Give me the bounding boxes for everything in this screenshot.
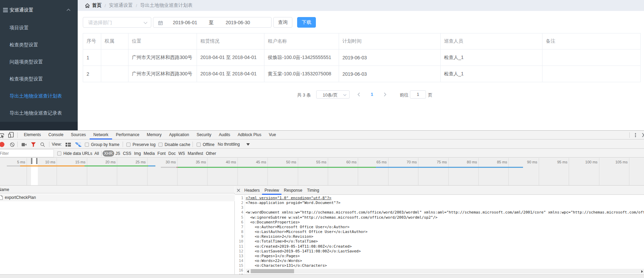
goto-page-input[interactable]: 1 bbox=[410, 90, 426, 99]
department-placeholder: 请选择部门 bbox=[88, 20, 112, 26]
timeline-gridline bbox=[358, 158, 358, 186]
prev-page-icon[interactable] bbox=[357, 92, 361, 97]
devtools-tab-audits[interactable]: Audits bbox=[215, 131, 234, 140]
sidebar-item[interactable]: 检查类型设置 bbox=[0, 36, 78, 53]
dropdown-arrow-icon bbox=[246, 143, 250, 146]
device-toolbar-icon[interactable] bbox=[8, 132, 14, 138]
request-type-manifest[interactable]: Manifest bbox=[186, 150, 204, 157]
table-row[interactable]: 1广州市天河区林和西路300号2018-04-01 至 2018-04-01侯焕… bbox=[83, 49, 641, 66]
overview-selection-handle[interactable] bbox=[31, 158, 32, 164]
department-select[interactable]: 请选择部门 bbox=[83, 17, 151, 28]
timeline-tick-label: 40 ms bbox=[216, 160, 236, 164]
clear-icon[interactable] bbox=[10, 142, 15, 147]
timeline-gridline bbox=[629, 158, 629, 186]
request-type-img[interactable]: Img bbox=[133, 150, 142, 157]
request-type-js[interactable]: JS bbox=[114, 150, 122, 157]
detail-tab-response[interactable]: Response bbox=[281, 186, 305, 194]
devtools-tab-memory[interactable]: Memory bbox=[143, 131, 165, 140]
kebab-menu-icon[interactable] bbox=[634, 132, 637, 138]
page-size-select[interactable]: 10条/页 bbox=[316, 90, 350, 99]
date-end-input[interactable]: 2019-06-30 bbox=[217, 20, 258, 25]
sidebar-item[interactable]: 导出土地物业巡查计划表 bbox=[0, 87, 78, 104]
devtools-tab-performance[interactable]: Performance bbox=[112, 131, 143, 140]
offline-checkbox[interactable]: Offline bbox=[197, 141, 214, 148]
breadcrumb-home-label: 首页 bbox=[92, 2, 102, 9]
request-type-media[interactable]: Media bbox=[142, 150, 156, 157]
close-devtools-icon[interactable] bbox=[642, 132, 644, 138]
request-type-xhr[interactable]: XHR bbox=[103, 150, 114, 157]
close-detail-icon[interactable] bbox=[235, 186, 242, 194]
sidebar-item[interactable]: 问题项类型设置 bbox=[0, 53, 78, 70]
scroll-right-icon[interactable] bbox=[641, 270, 643, 273]
timeline-gridline bbox=[27, 158, 27, 186]
timeline-tick-label: 85 ms bbox=[487, 160, 507, 164]
document-icon bbox=[0, 195, 3, 200]
request-type-doc[interactable]: Doc bbox=[167, 150, 177, 157]
breadcrumb-home[interactable]: 首页 bbox=[85, 2, 102, 9]
sidebar-item[interactable]: 项目设置 bbox=[0, 19, 78, 36]
request-row[interactable]: exportCheckPlan bbox=[0, 194, 235, 201]
next-page-icon[interactable] bbox=[383, 92, 387, 97]
date-range-picker[interactable]: 2019-06-01 至 2019-06-30 bbox=[153, 17, 272, 28]
table-column-header: 备注 bbox=[542, 33, 641, 49]
disable-cache-checkbox[interactable]: Disable cache bbox=[158, 141, 190, 148]
list-view-icon[interactable] bbox=[65, 143, 71, 147]
overview-waterfall-icon[interactable] bbox=[75, 143, 81, 147]
network-overview[interactable]: 5 ms10 ms15 ms20 ms25 ms30 ms35 ms40 ms4… bbox=[0, 158, 644, 186]
filter-funnel-icon[interactable] bbox=[31, 142, 36, 147]
request-type-font[interactable]: Font bbox=[156, 150, 167, 157]
page-number[interactable]: 1 bbox=[371, 92, 373, 97]
sidebar-menu-title[interactable]: 安巡通设置 bbox=[0, 0, 78, 19]
devtools-tab-network[interactable]: Network bbox=[90, 131, 112, 140]
devtools-tab-console[interactable]: Console bbox=[45, 131, 67, 140]
group-by-frame-checkbox[interactable]: Group by frame bbox=[85, 141, 119, 148]
throttling-select[interactable]: No throttling bbox=[218, 142, 250, 147]
hide-data-urls-checkbox[interactable]: Hide data URLs bbox=[57, 150, 92, 157]
breadcrumb-bar: 首页 / 安巡通设置 / 导出土地物业巡查计划表 bbox=[78, 0, 644, 11]
timeline-tick-label: 70 ms bbox=[396, 160, 417, 164]
devtools-tab-sources[interactable]: Sources bbox=[67, 131, 90, 140]
devtools-tab-security[interactable]: Security bbox=[193, 131, 215, 140]
network-filter-input[interactable]: Filter bbox=[0, 149, 54, 157]
devtools-tab-adblock-plus[interactable]: Adblock Plus bbox=[234, 131, 265, 140]
checkbox-label: Group by frame bbox=[91, 142, 119, 147]
search-icon[interactable] bbox=[40, 142, 45, 147]
preserve-log-checkbox[interactable]: Preserve log bbox=[126, 141, 155, 148]
request-type-all[interactable]: All bbox=[93, 150, 100, 157]
line-number: 4 bbox=[235, 210, 243, 215]
detail-tab-headers[interactable]: Headers bbox=[242, 186, 262, 194]
download-button[interactable]: 下载 bbox=[297, 17, 316, 28]
code-line: <o:Created>2019-05-14T11:08:00Z</o:Creat… bbox=[246, 244, 644, 249]
table-row[interactable]: 2广州市天河区林和西路300号2018-04-01 至 2018-04-01黄玉… bbox=[83, 66, 641, 82]
date-start-input[interactable]: 2019-06-01 bbox=[165, 20, 205, 25]
line-number: 6 bbox=[235, 220, 243, 225]
detail-tab-timing[interactable]: Timing bbox=[305, 186, 322, 194]
table-cell: 2018-04-01 至 2018-04-01 bbox=[197, 66, 264, 82]
query-button[interactable]: 查询 bbox=[273, 17, 292, 28]
devtools-tab-elements[interactable]: Elements bbox=[20, 131, 45, 140]
timeline-tick-label: 55 ms bbox=[306, 160, 326, 164]
request-type-other[interactable]: Other bbox=[204, 150, 217, 157]
table-column-header: 巡查人员 bbox=[441, 33, 542, 49]
breadcrumb-item[interactable]: 安巡通设置 bbox=[109, 2, 133, 9]
overview-selection-window[interactable] bbox=[31, 158, 38, 186]
code-line: <o:Revision>2</o:Revision> bbox=[246, 234, 644, 239]
detail-tab-preview[interactable]: Preview bbox=[262, 186, 281, 194]
network-filterbar: Filter Hide data URLs AllXHRJSCSSImgMedi… bbox=[0, 149, 644, 158]
devtools-tab-application[interactable]: Application bbox=[165, 131, 193, 140]
scrollbar-thumb[interactable] bbox=[251, 269, 294, 273]
line-number: 13 bbox=[235, 254, 243, 259]
request-type-css[interactable]: CSS bbox=[122, 150, 133, 157]
screenshot-camera-icon[interactable] bbox=[21, 143, 27, 147]
inspect-element-icon[interactable] bbox=[0, 133, 6, 139]
record-icon[interactable] bbox=[0, 142, 4, 147]
devtools-tab-vue[interactable]: Vue bbox=[265, 131, 280, 140]
horizontal-scrollbar[interactable] bbox=[246, 269, 644, 274]
sidebar-item[interactable]: 导出土地物业巡查记录表 bbox=[0, 104, 78, 121]
sidebar-item[interactable]: 检查项类型设置 bbox=[0, 70, 78, 87]
request-list-header[interactable]: Name bbox=[0, 186, 235, 193]
scroll-left-icon[interactable] bbox=[247, 270, 249, 273]
table-cell: 侯焕琼-100.0亩-13425555551 bbox=[264, 49, 339, 66]
request-type-ws[interactable]: WS bbox=[177, 150, 186, 157]
overview-selection-handle[interactable] bbox=[36, 158, 37, 164]
